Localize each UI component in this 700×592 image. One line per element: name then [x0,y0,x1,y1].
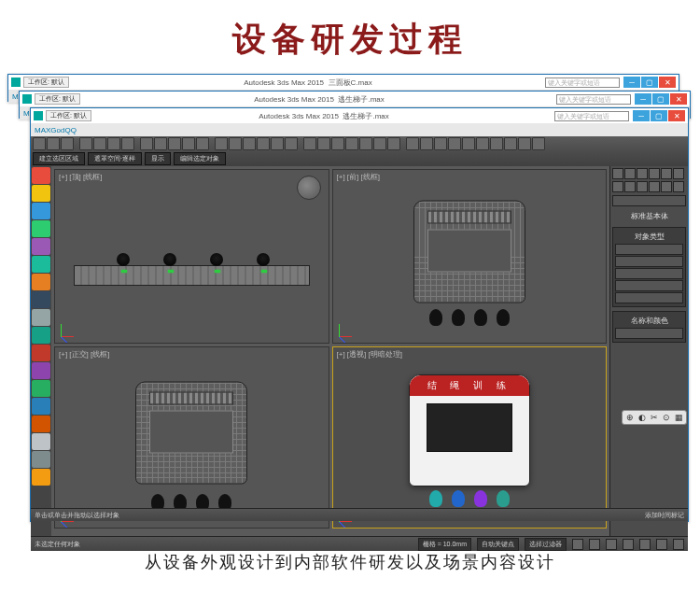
tool-button[interactable] [490,137,503,150]
tab-display[interactable] [661,168,672,179]
nav-button[interactable] [656,539,667,550]
viewport-perspective[interactable]: [+] [透视] [明暗处理] 结 绳 训 练 [332,346,608,529]
nav-button[interactable] [673,539,684,550]
nav-button[interactable] [623,539,634,550]
tool-button[interactable] [359,137,372,150]
subtab[interactable] [649,181,660,192]
command-panel-tabs[interactable] [612,168,686,179]
palette-button[interactable] [32,203,50,219]
minimize-button[interactable]: ─ [635,93,651,105]
subtab[interactable] [612,181,623,192]
tab-create[interactable] [612,168,623,179]
float-icon[interactable]: ⊕ [624,412,636,423]
palette-button[interactable] [32,167,50,184]
left-palette[interactable] [31,166,51,536]
tool-button[interactable] [107,137,120,150]
tool-button[interactable] [303,137,316,150]
tab-motion[interactable] [649,168,660,179]
palette-button[interactable] [32,220,50,237]
float-icon[interactable]: ◐ [637,412,648,423]
tool-button[interactable] [285,137,298,150]
palette-button[interactable] [32,238,50,255]
command-panel[interactable]: 标准基本体 对象类型 名称和颜色 [609,166,688,536]
float-icon[interactable]: ⊙ [661,412,672,423]
floating-toolbar[interactable]: ⊕ ◐ ✂ ⊙ ▦ [622,410,687,425]
nav-button[interactable] [639,539,651,550]
tool-button[interactable] [257,137,270,150]
object-button[interactable] [615,268,683,279]
viewport-front[interactable]: [+] [前] [线框] [332,169,608,344]
palette-button[interactable] [32,416,50,432]
viewport-left[interactable]: [+] [正交] [线框] [54,346,329,529]
palette-button[interactable] [32,309,50,326]
tool-button[interactable] [182,137,195,150]
palette-button[interactable] [32,291,50,308]
close-button[interactable]: ✕ [659,77,676,88]
maximize-button[interactable]: ▢ [641,77,658,88]
palette-button[interactable] [32,398,50,415]
ribbon-tab[interactable]: 遮罩空间·逐样 [88,152,142,165]
palette-button[interactable] [32,327,50,344]
tool-button[interactable] [434,137,447,150]
tool-button[interactable] [420,137,433,150]
tool-button[interactable] [168,137,181,150]
main-toolbar[interactable] [31,136,688,151]
tool-button[interactable] [93,137,106,150]
viewport-top[interactable]: [+] [顶] [线框] [54,169,329,344]
ribbon-tab[interactable]: 编辑选定对象 [174,152,226,165]
play-button[interactable] [572,539,583,550]
float-icon[interactable]: ▦ [673,412,684,423]
tool-button[interactable] [532,137,545,150]
tool-button[interactable] [33,137,46,150]
palette-button[interactable] [32,469,50,486]
search-input[interactable]: 键入关键字或短语 [556,94,631,105]
tool-button[interactable] [462,137,475,150]
tool-button[interactable] [61,137,74,150]
subtab[interactable] [624,181,636,192]
tool-button[interactable] [215,137,228,150]
tool-button[interactable] [140,137,153,150]
menubar-main[interactable]: MAXGodQQ [31,123,688,136]
palette-button[interactable] [32,362,50,379]
titlebar-main[interactable]: 工作区: 默认 Autodesk 3ds Max 2015 逃生梯子.max 键… [31,108,688,123]
viewcube[interactable] [297,176,321,200]
tool-button[interactable] [387,137,400,150]
tool-button[interactable] [331,137,344,150]
palette-button[interactable] [32,256,50,273]
palette-button[interactable] [32,345,50,361]
ribbon-tab[interactable]: 显示 [145,152,171,165]
tool-button[interactable] [504,137,517,150]
maximize-button[interactable]: ▢ [651,110,667,121]
filter-button[interactable]: 选择过滤器 [525,538,567,551]
tool-button[interactable] [476,137,489,150]
tool-button[interactable] [406,137,419,150]
tool-button[interactable] [448,137,461,150]
workspace-dropdown[interactable]: 工作区: 默认 [23,77,69,88]
close-button[interactable]: ✕ [668,110,685,121]
tab-utilities[interactable] [673,168,684,179]
tool-button[interactable] [271,137,284,150]
search-input[interactable]: 键入关键字或短语 [554,111,629,121]
search-input[interactable]: 键入关键字或短语 [545,78,620,88]
tool-button[interactable] [121,137,134,150]
tool-button[interactable] [317,137,330,150]
workspace-dropdown[interactable]: 工作区: 默认 [35,93,80,105]
palette-button[interactable] [32,380,50,397]
tool-button[interactable] [518,137,531,150]
tool-button[interactable] [79,137,92,150]
name-field[interactable] [615,328,683,339]
minimize-button[interactable]: ─ [633,110,650,121]
subtab[interactable] [637,181,648,192]
object-button[interactable] [615,244,683,255]
nav-button[interactable] [606,539,617,550]
tool-button[interactable] [229,137,242,150]
create-subtabs[interactable] [612,181,686,192]
workspace-dropdown[interactable]: 工作区: 默认 [46,110,91,121]
tool-button[interactable] [243,137,256,150]
object-button[interactable] [615,280,683,291]
tool-button[interactable] [47,137,60,150]
tool-button[interactable] [196,137,209,150]
graphite-toolbar[interactable]: 建立选区区域 遮罩空间·逐样 显示 编辑选定对象 [31,151,688,166]
palette-button[interactable] [32,274,50,290]
palette-button[interactable] [32,433,50,450]
